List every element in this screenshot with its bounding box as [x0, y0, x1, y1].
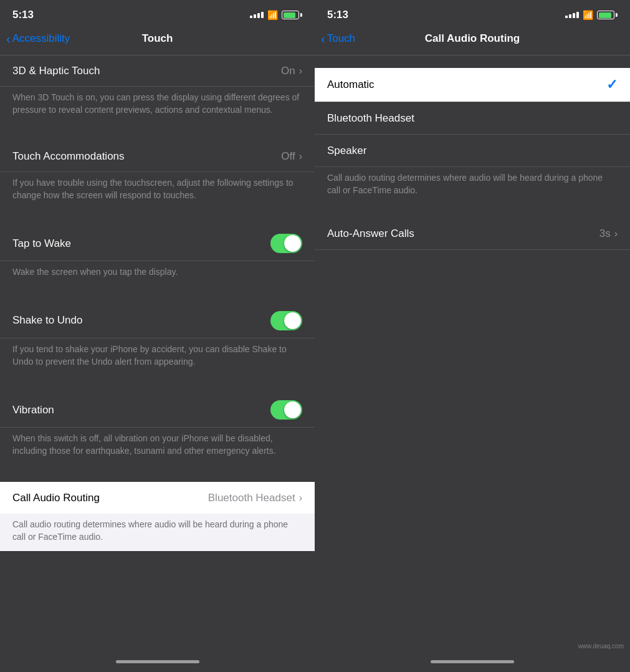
3d-haptic-label: 3D & Haptic Touch: [12, 65, 100, 77]
gap-4: [0, 378, 315, 393]
shake-to-undo-knob: [284, 312, 301, 329]
3d-haptic-description: When 3D Touch is on, you can press the d…: [0, 87, 315, 126]
auto-answer-value: 3s: [599, 228, 611, 240]
vibration-toggle[interactable]: [270, 400, 302, 420]
automatic-checkmark-icon: ✓: [606, 77, 618, 93]
tap-to-wake-toggle[interactable]: [270, 234, 302, 253]
gap-5: [0, 467, 315, 482]
left-status-bar: 5:13 📶: [0, 0, 315, 27]
left-time: 5:13: [12, 9, 34, 21]
right-home-bar: [431, 660, 514, 663]
call-audio-routing-row[interactable]: Call Audio Routing Bluetooth Headset ›: [0, 482, 315, 514]
left-status-icons: 📶: [250, 10, 302, 20]
right-status-bar: 5:13 📶: [315, 0, 630, 27]
right-routing-description: Call audio routing determines where audi…: [315, 167, 630, 206]
auto-answer-chevron-icon: ›: [614, 228, 618, 239]
left-back-chevron-icon: ‹: [6, 32, 11, 46]
tap-to-wake-knob: [284, 235, 301, 252]
gap-1: [0, 126, 315, 141]
touch-accommodations-row[interactable]: Touch Accommodations Off ›: [0, 141, 315, 172]
right-back-button[interactable]: ‹ Touch: [321, 32, 355, 46]
right-wifi-icon: 📶: [583, 10, 593, 20]
vibration-row[interactable]: Vibration: [0, 393, 315, 428]
touch-accommodations-description: If you have trouble using the touchscree…: [0, 172, 315, 211]
gap-2: [0, 211, 315, 226]
right-spacer: [315, 250, 630, 651]
right-top-gap: [315, 55, 630, 68]
left-home-bar: [116, 660, 199, 663]
left-panel: 5:13 📶 ‹ Accessibility Touch: [0, 0, 315, 672]
3d-haptic-right: On ›: [281, 65, 302, 77]
touch-accommodations-value: Off: [281, 150, 295, 163]
speaker-row[interactable]: Speaker: [315, 135, 630, 167]
call-audio-routing-label: Call Audio Routing: [12, 492, 100, 504]
tap-to-wake-row[interactable]: Tap to Wake: [0, 226, 315, 261]
speaker-label: Speaker: [327, 145, 366, 157]
automatic-label: Automatic: [327, 79, 375, 91]
3d-haptic-value: On: [281, 65, 295, 77]
call-audio-routing-chevron-icon: ›: [299, 492, 302, 504]
auto-answer-right: 3s ›: [599, 228, 618, 240]
right-time: 5:13: [327, 9, 348, 21]
call-audio-desc: Call audio routing determines where audi…: [0, 514, 315, 550]
call-audio-routing-right: Bluetooth Headset ›: [208, 492, 302, 504]
3d-haptic-row[interactable]: 3D & Haptic Touch On ›: [0, 55, 315, 87]
battery-icon: [282, 11, 302, 19]
right-nav-title: Call Audio Routing: [425, 32, 520, 45]
shake-to-undo-toggle[interactable]: [270, 311, 302, 330]
shake-to-undo-description: If you tend to shake your iPhone by acci…: [0, 338, 315, 378]
right-back-chevron-icon: ‹: [321, 32, 325, 46]
right-battery-icon: [597, 11, 618, 19]
right-nav-bar: ‹ Touch Call Audio Routing: [315, 27, 630, 55]
tap-to-wake-label: Tap to Wake: [12, 238, 71, 250]
watermark: www.deuaq.com: [578, 643, 624, 650]
auto-answer-label: Auto-Answer Calls: [327, 228, 414, 240]
left-nav-bar: ‹ Accessibility Touch: [0, 27, 315, 55]
shake-to-undo-row[interactable]: Shake to Undo: [0, 304, 315, 338]
call-audio-routing-value: Bluetooth Headset: [208, 492, 295, 504]
shake-to-undo-label: Shake to Undo: [12, 314, 82, 327]
right-status-icons: 📶: [565, 10, 618, 20]
right-panel: 5:13 📶 ‹ Touch Call Audio Routing: [315, 0, 630, 672]
left-nav-title: Touch: [142, 32, 173, 45]
touch-accommodations-right: Off ›: [281, 150, 302, 163]
vibration-label: Vibration: [12, 404, 54, 416]
wifi-icon: 📶: [267, 10, 278, 20]
vibration-knob: [284, 401, 301, 418]
tap-to-wake-description: Wake the screen when you tap the display…: [0, 261, 315, 289]
left-home-indicator: [0, 651, 315, 672]
auto-answer-row[interactable]: Auto-Answer Calls 3s ›: [315, 218, 630, 250]
left-back-button[interactable]: ‹ Accessibility: [6, 32, 70, 46]
left-settings-list: 3D & Haptic Touch On › When 3D Touch is …: [0, 55, 315, 651]
signal-icon: [250, 12, 264, 18]
left-back-label: Accessibility: [12, 32, 70, 45]
bluetooth-headset-row[interactable]: Bluetooth Headset: [315, 102, 630, 135]
touch-accommodations-label: Touch Accommodations: [12, 150, 125, 163]
touch-accommodations-chevron-icon: ›: [299, 151, 302, 162]
right-back-label: Touch: [327, 32, 355, 45]
right-signal-icon: [565, 12, 579, 18]
right-home-indicator: [315, 651, 630, 672]
right-gap: [315, 206, 630, 218]
gap-3: [0, 289, 315, 304]
3d-haptic-chevron-icon: ›: [299, 65, 302, 77]
bluetooth-headset-label: Bluetooth Headset: [327, 112, 414, 125]
automatic-row[interactable]: Automatic ✓: [315, 68, 630, 102]
automatic-section: Automatic ✓: [315, 68, 630, 102]
vibration-description: When this switch is off, all vibration o…: [0, 428, 315, 467]
